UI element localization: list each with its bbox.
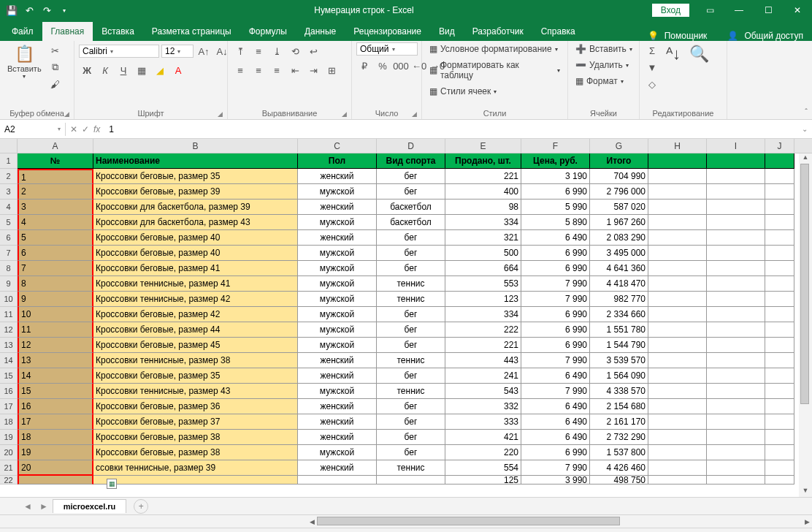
row-header[interactable]: 8 <box>0 261 18 276</box>
row-header[interactable]: 13 <box>0 338 18 353</box>
cell[interactable] <box>707 399 765 414</box>
cell[interactable]: теннис <box>377 384 445 399</box>
cell[interactable]: Наименование <box>93 153 298 169</box>
qat-customize-icon[interactable]: ▾ <box>57 3 72 18</box>
cell[interactable] <box>707 384 765 399</box>
row-header[interactable]: 22 <box>0 476 18 484</box>
cell[interactable]: баскетбол <box>377 200 445 215</box>
cell[interactable]: 2 <box>18 184 93 200</box>
cell[interactable]: Кроссовки беговые, размер 39 <box>93 184 298 200</box>
cell[interactable]: Кроссовки беговые, размер 45 <box>93 338 298 353</box>
cell[interactable]: 15 <box>18 384 93 399</box>
cell[interactable] <box>648 261 707 276</box>
cell[interactable]: Кроссовки беговые, размер 42 <box>93 307 298 322</box>
name-box[interactable]: A2▾ <box>0 123 66 136</box>
tab-вставка[interactable]: Вставка <box>93 22 143 41</box>
scroll-right-icon[interactable]: ▶ <box>802 515 812 528</box>
cell[interactable]: мужской <box>298 276 377 292</box>
cell[interactable]: 3 <box>18 200 93 215</box>
row-header[interactable]: 14 <box>0 353 18 368</box>
tab-справка[interactable]: Справка <box>532 22 584 41</box>
cell[interactable] <box>648 307 707 322</box>
cell[interactable] <box>707 476 765 484</box>
cell[interactable] <box>765 322 794 338</box>
cell[interactable]: мужской <box>298 215 377 230</box>
horizontal-scrollbar[interactable]: ◀ ▶ <box>307 515 812 528</box>
row-header[interactable]: 12 <box>0 322 18 338</box>
cell[interactable] <box>707 445 765 460</box>
cell[interactable]: 1 967 260 <box>590 215 648 230</box>
cell[interactable] <box>707 430 765 445</box>
cell[interactable]: бег <box>377 430 445 445</box>
delete-cells-button[interactable]: ➖Удалить▾ <box>572 58 632 72</box>
copy-icon[interactable]: ⧉ <box>47 59 64 75</box>
cell[interactable]: 443 <box>445 353 521 368</box>
row-header[interactable]: 19 <box>0 430 18 445</box>
column-header[interactable]: E <box>445 139 521 153</box>
format-as-table-button[interactable]: ▦Форматировать как таблицу▾ <box>426 58 563 82</box>
cell[interactable]: женский <box>298 460 377 476</box>
cell[interactable] <box>707 169 765 184</box>
cell[interactable] <box>765 384 794 399</box>
cell[interactable]: женский <box>298 200 377 215</box>
cell[interactable]: 6 490 <box>521 414 590 430</box>
cell[interactable] <box>765 292 794 307</box>
cell[interactable] <box>765 276 794 292</box>
align-left-icon[interactable]: ≡ <box>232 62 248 78</box>
column-header[interactable]: D <box>377 139 445 153</box>
tab-формулы[interactable]: Формулы <box>240 22 296 41</box>
cell[interactable]: теннис <box>377 460 445 476</box>
cell[interactable] <box>765 200 794 215</box>
cell[interactable]: 6 990 <box>521 307 590 322</box>
share-button[interactable]: Общий доступ <box>744 31 803 41</box>
cell[interactable] <box>707 215 765 230</box>
signin-button[interactable]: Вход <box>652 4 689 17</box>
align-right-icon[interactable]: ≡ <box>269 62 285 78</box>
cell[interactable]: 4 426 460 <box>590 460 648 476</box>
cell[interactable]: мужской <box>298 184 377 200</box>
increase-font-icon[interactable]: A↑ <box>196 43 212 59</box>
cell[interactable]: женский <box>298 430 377 445</box>
conditional-formatting-button[interactable]: ▦Условное форматирование▾ <box>426 42 561 56</box>
cell[interactable]: 7 990 <box>521 292 590 307</box>
scroll-down-icon[interactable]: ▼ <box>799 487 812 497</box>
column-header[interactable]: G <box>590 139 648 153</box>
cell[interactable]: женский <box>298 414 377 430</box>
row-header[interactable]: 11 <box>0 307 18 322</box>
cell[interactable]: Кроссовки беговые, размер 41 <box>93 261 298 276</box>
select-all-corner[interactable] <box>0 139 18 153</box>
cell[interactable]: 2 161 170 <box>590 414 648 430</box>
cell[interactable] <box>707 460 765 476</box>
cell[interactable] <box>707 261 765 276</box>
vertical-scrollbar[interactable]: ▲ ▼ <box>799 153 812 497</box>
cell[interactable] <box>765 460 794 476</box>
cell[interactable]: мужской <box>298 384 377 399</box>
wrap-text-icon[interactable]: ↩ <box>305 43 321 59</box>
cell[interactable] <box>648 414 707 430</box>
ribbon-options-icon[interactable]: ▭ <box>695 0 724 20</box>
percent-icon[interactable]: % <box>375 58 391 74</box>
underline-button[interactable]: Ч <box>115 62 131 78</box>
column-header[interactable]: I <box>707 139 765 153</box>
cell[interactable] <box>707 184 765 200</box>
prev-sheet-icon[interactable]: ◄ <box>20 501 35 512</box>
cell[interactable] <box>765 445 794 460</box>
column-header[interactable]: B <box>93 139 298 153</box>
cell[interactable] <box>765 430 794 445</box>
cell[interactable]: 543 <box>445 384 521 399</box>
cell[interactable] <box>93 476 298 484</box>
cell[interactable] <box>648 353 707 368</box>
cell[interactable]: 1 564 090 <box>590 368 648 384</box>
number-format-combo[interactable]: Общий▾ <box>356 42 418 56</box>
cell[interactable]: женский <box>298 353 377 368</box>
cell[interactable]: 4 338 570 <box>590 384 648 399</box>
cell[interactable]: Кроссовки беговые, размер 35 <box>93 368 298 384</box>
cell[interactable]: Кроссовки беговые, размер 38 <box>93 445 298 460</box>
cell[interactable]: 12 <box>18 338 93 353</box>
cell[interactable]: 2 154 680 <box>590 399 648 414</box>
cell[interactable]: 333 <box>445 414 521 430</box>
cell[interactable]: мужской <box>298 338 377 353</box>
cell[interactable]: 4 418 470 <box>590 276 648 292</box>
cell[interactable]: женский <box>298 399 377 414</box>
cell[interactable]: 7 990 <box>521 276 590 292</box>
